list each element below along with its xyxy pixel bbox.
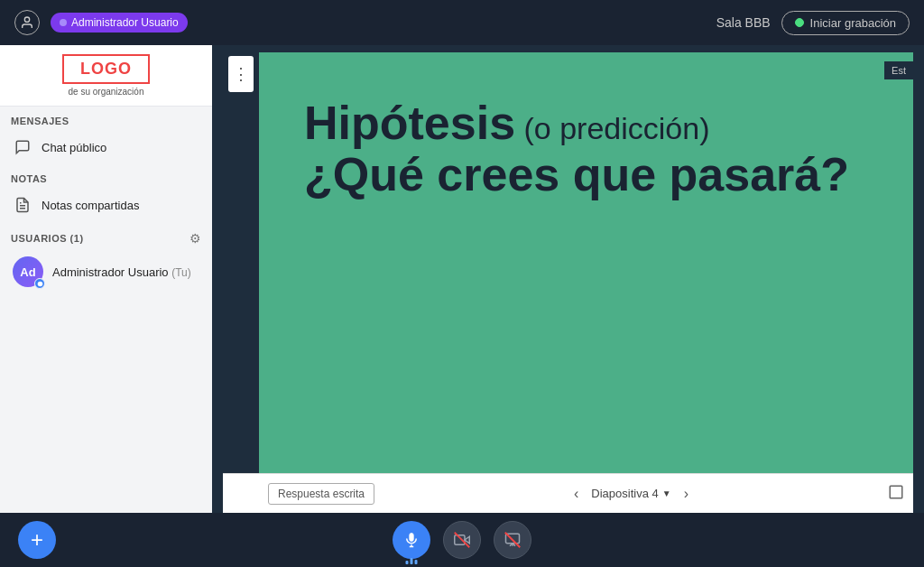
record-button[interactable]: Iniciar grabación: [781, 11, 910, 35]
slide-title: Hipótesis (o predicción): [304, 98, 849, 149]
slide-menu-button[interactable]: ⋮: [228, 56, 254, 92]
avatar: Ad: [13, 256, 43, 287]
slide-extra-controls: [888, 484, 904, 504]
gear-icon[interactable]: ⚙: [189, 231, 201, 246]
notas-section-label: NOTAS: [0, 164, 212, 188]
logo-box: LOGO: [62, 54, 150, 84]
bottom-bar: +: [0, 513, 924, 567]
avatar-badge: [34, 278, 45, 289]
slide-frame: Est Hipótesis (o predicción) ¿Qué crees …: [259, 52, 913, 473]
bottom-controls: [393, 521, 531, 559]
respuesta-button[interactable]: Respuesta escrita: [268, 483, 374, 505]
svg-point-3: [37, 281, 42, 286]
slide-container: ⋮ Est Hipótesis (o predicción) ¿Qué cree…: [212, 45, 924, 513]
prev-slide-button[interactable]: ‹: [568, 484, 584, 504]
svg-rect-5: [410, 534, 414, 542]
user-item: Ad Administrador Usuario (Tu): [0, 249, 212, 294]
sidebar-item-chat-publico[interactable]: Chat público: [0, 130, 212, 164]
svg-rect-4: [890, 486, 902, 498]
logo-subtitle: de su organización: [69, 87, 144, 97]
fit-screen-button[interactable]: [888, 484, 904, 504]
logo-area: LOGO de su organización: [0, 45, 212, 107]
main-content: LOGO de su organización MENSAJES Chat pú…: [0, 45, 924, 513]
notes-icon: [13, 195, 32, 215]
admin-badge: Administrador Usuario: [51, 13, 188, 33]
microphone-button[interactable]: [393, 521, 430, 559]
logo-text: LOGO: [80, 60, 132, 78]
usuarios-header: USUARIOS (1) ⚙: [0, 222, 212, 249]
mic-bar: [406, 558, 418, 564]
slide-label: Diapositiva 4 ▼: [591, 487, 670, 500]
sala-label: Sala BBB: [716, 15, 771, 30]
add-button[interactable]: +: [18, 521, 56, 559]
top-bar: Administrador Usuario Sala BBB Iniciar g…: [0, 0, 924, 45]
slide-text: Hipótesis (o predicción) ¿Qué crees que …: [304, 98, 849, 200]
usuarios-label: USUARIOS (1): [11, 233, 84, 244]
slide-subtitle: ¿Qué crees que pasará?: [304, 149, 849, 200]
slide-dropdown-arrow[interactable]: ▼: [662, 488, 671, 498]
sidebar: LOGO de su organización MENSAJES Chat pú…: [0, 45, 212, 513]
top-bar-left: Administrador Usuario: [14, 10, 188, 35]
slide-corner-label: Est: [884, 61, 913, 79]
mensajes-section-label: MENSAJES: [0, 107, 212, 130]
chat-icon: [13, 137, 32, 157]
slide-nav: ‹ Diapositiva 4 ▼ ›: [568, 484, 694, 504]
chat-publico-label: Chat público: [42, 141, 106, 154]
user-icon[interactable]: [14, 10, 40, 35]
presentation-area: ⋮ Est Hipótesis (o predicción) ¿Qué cree…: [212, 45, 924, 513]
svg-point-0: [24, 17, 29, 22]
camera-button[interactable]: [443, 521, 481, 559]
user-you-label: (Tu): [171, 266, 191, 279]
slide-bottom-bar: Respuesta escrita ‹ Diapositiva 4 ▼ ›: [223, 473, 913, 513]
next-slide-button[interactable]: ›: [679, 484, 694, 504]
user-name: Administrador Usuario (Tu): [52, 265, 191, 279]
record-dot: [795, 18, 804, 27]
top-bar-right: Sala BBB Iniciar grabación: [716, 11, 910, 35]
notas-compartidas-label: Notas compartidas: [42, 199, 139, 212]
sidebar-item-notas-compartidas[interactable]: Notas compartidas: [0, 188, 212, 222]
screenshare-button[interactable]: [494, 521, 531, 559]
